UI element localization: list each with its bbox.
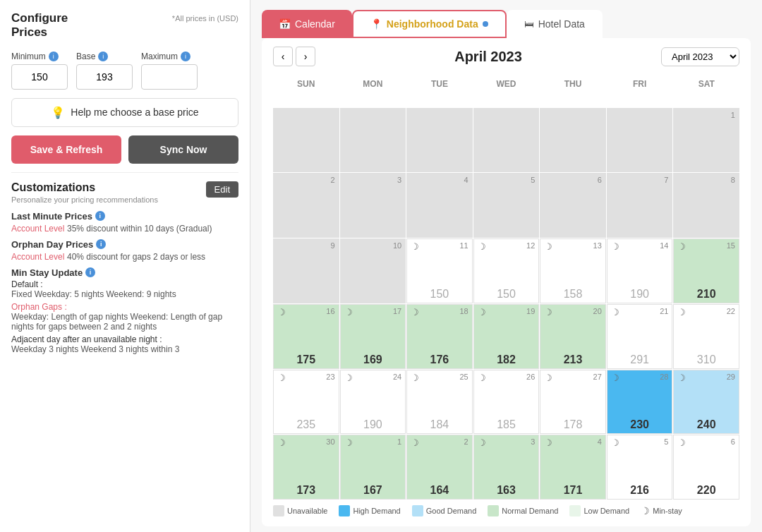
calendar-cell[interactable]: ☽19182: [473, 304, 540, 369]
hotel-icon: 🛏: [524, 18, 534, 30]
min-stay-info-icon[interactable]: i: [85, 267, 95, 277]
tab-hotel-label: Hotel Data: [538, 18, 585, 30]
calendar-cell[interactable]: ☽5216: [607, 435, 673, 500]
calendar-cell[interactable]: 4: [406, 173, 473, 238]
calendar-cell[interactable]: ☽30173: [273, 435, 339, 500]
edit-button[interactable]: Edit: [206, 181, 238, 198]
calendar-cell[interactable]: ☽23235: [273, 370, 339, 435]
cell-minstay-icon: ☽: [411, 437, 419, 448]
cell-minstay-icon: ☽: [677, 437, 686, 448]
calendar-cell[interactable]: ☽26185: [473, 370, 540, 435]
calendar-cell[interactable]: 6: [540, 173, 606, 238]
calendar-cell[interactable]: ☽6220: [673, 435, 739, 500]
cell-day-number: 14: [660, 241, 668, 250]
base-info-icon[interactable]: i: [98, 52, 108, 61]
legend-low-demand-label: Low Demand: [583, 507, 629, 515]
maximum-info-icon[interactable]: i: [181, 52, 190, 61]
day-header-thu: THU: [540, 75, 606, 107]
calendar-cell[interactable]: ☽13158: [540, 238, 606, 303]
cell-day-number: 8: [731, 176, 735, 184]
orphan-day-info-icon[interactable]: i: [96, 239, 106, 249]
orphan-day-prices-section: Orphan Day Prices i Account Level 40% di…: [11, 239, 238, 262]
calendar-cell[interactable]: ☽16175: [273, 304, 339, 369]
calendar-cell[interactable]: [273, 108, 339, 173]
calendar-cell[interactable]: 2: [273, 173, 339, 238]
calendar-cell[interactable]: ☽4171: [540, 435, 606, 500]
calendar-header: ‹ › April 2023 April 2023 May 2023 March…: [273, 47, 739, 66]
cell-price: 164: [411, 484, 468, 497]
min-stay-title: Min Stay Update i: [11, 267, 238, 278]
tab-hotel[interactable]: 🛏 Hotel Data: [507, 10, 603, 38]
tab-neighborhood[interactable]: 📍 Neighborhood Data: [352, 10, 507, 38]
cell-minstay-icon: ☽: [478, 373, 486, 383]
calendar-cell[interactable]: ☽25184: [406, 370, 473, 435]
calendar-cell[interactable]: 1: [673, 108, 739, 173]
maximum-input[interactable]: [141, 64, 198, 90]
calendar-cell[interactable]: ☽24190: [340, 370, 406, 435]
calendar-cell[interactable]: ☽11150: [406, 238, 473, 303]
calendar-cell[interactable]: ☽12150: [473, 238, 540, 303]
last-minute-info-icon[interactable]: i: [95, 211, 105, 221]
calendar-cell[interactable]: [340, 108, 406, 173]
calendar-cell[interactable]: 10: [340, 238, 406, 303]
calendar-cell[interactable]: 5: [473, 173, 540, 238]
cell-price: 190: [611, 288, 669, 301]
legend-normal-demand-label: Normal Demand: [502, 507, 558, 515]
minimum-info-icon[interactable]: i: [49, 52, 59, 61]
calendar-cell[interactable]: ☽21291: [607, 304, 673, 369]
cell-price: 176: [411, 353, 468, 366]
calendar-cell[interactable]: [607, 108, 673, 173]
month-select[interactable]: April 2023 May 2023 March 2023: [661, 47, 739, 66]
save-refresh-button[interactable]: Save & Refresh: [11, 135, 121, 164]
calendar-cell[interactable]: [540, 108, 606, 173]
calendar-cell[interactable]: 7: [607, 173, 673, 238]
day-header-fri: FRI: [607, 75, 673, 107]
calendar-cell[interactable]: 3: [340, 173, 406, 238]
calendar-cell[interactable]: ☽3163: [473, 435, 540, 500]
calendar-cell[interactable]: [406, 108, 473, 173]
cell-minstay-icon: ☽: [611, 373, 619, 383]
neighborhood-active-dot: [483, 21, 488, 27]
base-input[interactable]: [76, 64, 133, 90]
cell-day-number: 16: [326, 307, 334, 315]
cell-price: 167: [344, 484, 402, 497]
cell-day-number: 30: [326, 437, 334, 446]
calendar-cell[interactable]: ☽1167: [340, 435, 406, 500]
help-base-price-button[interactable]: 💡 Help me choose a base price: [11, 98, 238, 127]
day-header-sat: SAT: [673, 75, 739, 107]
cell-minstay-icon: ☽: [411, 307, 419, 318]
min-stay-default: Default : Fixed Weekday: 5 nights Weeken…: [11, 279, 238, 299]
calendar-cell[interactable]: ☽28230: [607, 370, 673, 435]
calendar-cell[interactable]: 9: [273, 238, 339, 303]
calendar-cell[interactable]: ☽18176: [406, 304, 473, 369]
calendar-cell[interactable]: 8: [673, 173, 739, 238]
next-month-button[interactable]: ›: [296, 47, 315, 66]
legend-unavailable-box: [273, 505, 284, 516]
cell-day-number: 6: [598, 176, 602, 184]
cell-day-number: 7: [664, 176, 668, 184]
cell-day-number: 18: [459, 307, 468, 315]
cell-minstay-icon: ☽: [677, 241, 686, 252]
bulb-icon: 💡: [51, 106, 65, 119]
legend-good-demand: Good Demand: [412, 505, 477, 516]
calendar-cell[interactable]: ☽14190: [607, 238, 673, 303]
calendar-cell[interactable]: ☽29240: [673, 370, 739, 435]
cell-day-number: 22: [727, 307, 735, 315]
calendar-title: April 2023: [454, 49, 522, 65]
legend-normal-demand: Normal Demand: [488, 505, 558, 516]
minimum-input[interactable]: [11, 64, 68, 90]
calendar-cell[interactable]: [473, 108, 540, 173]
minimum-label: Minimum i: [11, 52, 68, 61]
calendar-cell[interactable]: ☽17169: [340, 304, 406, 369]
tab-calendar[interactable]: 📅 Calendar: [262, 10, 352, 38]
calendar-cell[interactable]: ☽27178: [540, 370, 606, 435]
maximum-label: Maximum i: [141, 52, 198, 61]
calendar-cell[interactable]: ☽20213: [540, 304, 606, 369]
cell-minstay-icon: ☽: [478, 307, 486, 318]
calendar-cell[interactable]: ☽15210: [673, 238, 739, 303]
page-title: Configure Prices: [11, 11, 68, 40]
calendar-cell[interactable]: ☽22310: [673, 304, 739, 369]
prev-month-button[interactable]: ‹: [273, 47, 293, 66]
sync-now-button[interactable]: Sync Now: [128, 135, 238, 164]
calendar-cell[interactable]: ☽2164: [406, 435, 473, 500]
